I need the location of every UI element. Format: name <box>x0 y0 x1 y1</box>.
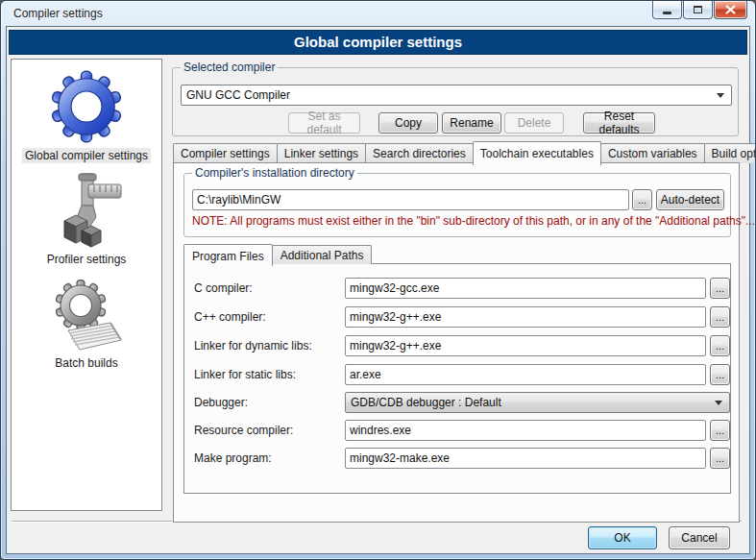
titlebar[interactable]: Compiler settings <box>1 1 755 26</box>
static-linker-row: Linker for static libs: ... <box>184 364 730 385</box>
selected-compiler-group-label: Selected compiler <box>181 61 278 74</box>
maximize-button[interactable] <box>683 1 713 19</box>
installation-directory-note: NOTE: All programs must exist either in … <box>192 214 755 228</box>
program-files-page: C compiler: ... C++ compiler: ... Linker… <box>183 263 731 494</box>
static-linker-input[interactable] <box>345 364 706 385</box>
debugger-combo[interactable]: GDB/CDB debugger : Default <box>345 392 730 413</box>
installation-directory-input[interactable] <box>192 189 629 210</box>
dynamic-linker-label: Linker for dynamic libs: <box>194 339 312 353</box>
minimize-button[interactable] <box>652 1 682 19</box>
page-title: Global compiler settings <box>9 30 747 55</box>
installation-directory-group-label: Compiler's installation directory <box>192 166 357 180</box>
sidebar-item-label: Batch builds <box>52 355 120 371</box>
dynamic-linker-input[interactable] <box>345 335 706 356</box>
tab-linker-settings[interactable]: Linker settings <box>277 143 366 163</box>
rename-button[interactable]: Rename <box>442 112 501 134</box>
gray-gear-papers-icon <box>49 277 124 352</box>
dialog-client-area: Global compiler settings <box>6 26 750 554</box>
copy-button[interactable]: Copy <box>378 112 438 134</box>
sidebar-item-profiler-settings[interactable]: Profiler settings <box>44 173 130 267</box>
settings-category-list: Global compiler settings <box>11 59 162 511</box>
minimize-icon <box>663 12 671 14</box>
c-compiler-label: C compiler: <box>194 281 253 295</box>
dynamic-linker-row: Linker for dynamic libs: ... <box>184 335 730 356</box>
delete-button: Delete <box>504 112 564 134</box>
make-program-label: Make program: <box>194 451 272 465</box>
sidebar-item-batch-builds[interactable]: Batch builds <box>49 277 124 371</box>
cancel-button[interactable]: Cancel <box>669 526 730 549</box>
caption-buttons <box>651 1 747 19</box>
maximize-icon <box>694 6 702 13</box>
dynamic-linker-browse-button[interactable]: ... <box>710 335 730 356</box>
close-button[interactable] <box>714 1 747 19</box>
cpp-compiler-input[interactable] <box>345 306 706 328</box>
close-icon <box>725 5 736 14</box>
tab-search-directories[interactable]: Search directories <box>365 143 474 163</box>
cpp-compiler-row: C++ compiler: ... <box>184 306 730 328</box>
cpp-compiler-label: C++ compiler: <box>194 310 266 324</box>
selected-compiler-value: GNU GCC Compiler <box>186 88 290 102</box>
window-title: Compiler settings <box>13 7 103 20</box>
static-linker-label: Linker for static libs: <box>194 368 296 381</box>
settings-tabbar: Compiler settings Linker settings Search… <box>173 141 740 163</box>
cpp-compiler-browse-button[interactable]: ... <box>710 306 730 328</box>
tab-program-files[interactable]: Program Files <box>183 244 273 266</box>
compiler-settings-window: Compiler settings Global compiler settin… <box>0 0 756 560</box>
tab-compiler-settings[interactable]: Compiler settings <box>173 143 278 163</box>
installation-directory-group: Compiler's installation directory ... Au… <box>183 173 731 237</box>
tab-additional-paths[interactable]: Additional Paths <box>272 245 373 264</box>
selected-compiler-combo[interactable]: GNU GCC Compiler <box>181 85 732 106</box>
static-linker-browse-button[interactable]: ... <box>710 364 730 385</box>
caliper-icon <box>49 173 124 248</box>
debugger-label: Debugger: <box>194 396 248 409</box>
sidebar-item-label: Profiler settings <box>44 252 130 267</box>
make-program-input[interactable] <box>345 448 706 469</box>
set-as-default-button: Set as default <box>288 112 360 134</box>
tab-build-options[interactable]: Build options <box>704 143 756 163</box>
auto-detect-button[interactable]: Auto-detect <box>656 189 724 210</box>
c-compiler-row: C compiler: ... <box>184 278 730 299</box>
sidebar-item-global-compiler-settings[interactable]: Global compiler settings <box>22 69 151 163</box>
selected-compiler-group: Selected compiler GNU GCC Compiler Set a… <box>172 67 739 136</box>
programs-tabbar: Program Files Additional Paths <box>183 243 371 264</box>
blue-gear-icon <box>49 69 124 144</box>
chevron-down-icon <box>717 93 724 98</box>
debugger-row: Debugger: GDB/CDB debugger : Default <box>184 392 730 413</box>
c-compiler-browse-button[interactable]: ... <box>710 278 730 299</box>
c-compiler-input[interactable] <box>345 278 706 299</box>
tab-custom-variables[interactable]: Custom variables <box>600 143 705 163</box>
installation-directory-browse-button[interactable]: ... <box>632 189 652 210</box>
sidebar-item-label: Global compiler settings <box>22 148 151 163</box>
resource-compiler-row: Resource compiler: ... <box>184 420 730 441</box>
resource-compiler-browse-button[interactable]: ... <box>710 420 730 441</box>
chevron-down-icon <box>715 401 722 405</box>
make-program-row: Make program: ... <box>184 448 730 469</box>
tab-toolchain-executables[interactable]: Toolchain executables <box>473 141 601 165</box>
resource-compiler-label: Resource compiler: <box>194 424 293 437</box>
make-program-browse-button[interactable]: ... <box>710 448 730 469</box>
resource-compiler-input[interactable] <box>345 420 706 441</box>
reset-defaults-button[interactable]: Reset defaults <box>583 112 655 134</box>
ok-button[interactable]: OK <box>588 526 657 549</box>
toolchain-executables-panel: Compiler's installation directory ... Au… <box>173 162 740 523</box>
debugger-value: GDB/CDB debugger : Default <box>351 396 501 409</box>
